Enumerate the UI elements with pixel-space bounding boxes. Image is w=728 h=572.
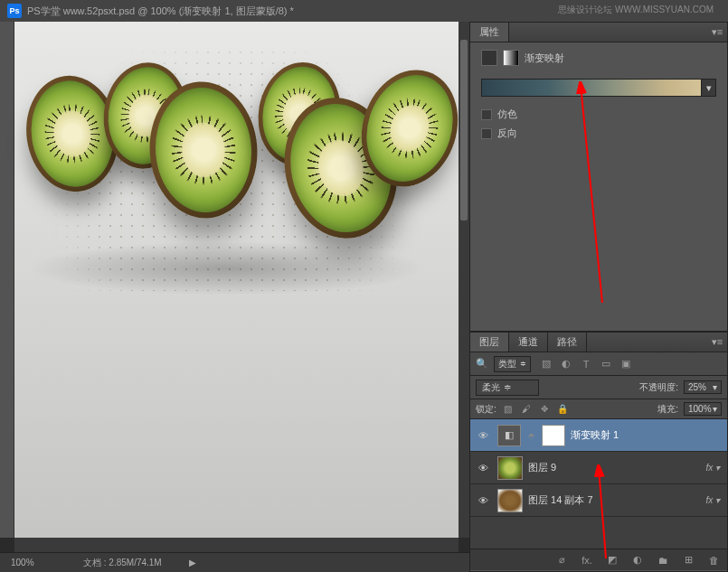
- fill-value[interactable]: 100%▾: [684, 402, 722, 416]
- filter-adjustment-icon[interactable]: ◐: [560, 358, 572, 370]
- scrollbar-vertical[interactable]: [459, 22, 469, 538]
- zoom-level[interactable]: 100%: [11, 558, 56, 567]
- svg-line-1: [599, 468, 606, 558]
- opacity-label: 不透明度:: [639, 381, 678, 394]
- dither-label: 仿色: [497, 108, 517, 121]
- doc-info[interactable]: 文档 : 2.85M/74.1M: [83, 557, 162, 569]
- gradient-dropdown[interactable]: ▾: [702, 79, 716, 97]
- lock-position-icon[interactable]: ✥: [538, 403, 551, 416]
- artwork: [18, 47, 436, 291]
- reverse-label: 反向: [497, 127, 517, 140]
- annotation-arrow-2: [593, 464, 620, 562]
- filter-smart-icon[interactable]: ▣: [619, 358, 632, 370]
- document-canvas[interactable]: [14, 22, 459, 538]
- lock-all-icon[interactable]: 🔒: [556, 403, 569, 416]
- opacity-value[interactable]: 25%▾: [684, 380, 722, 394]
- layers-panel-menu-icon[interactable]: ▾≡: [707, 333, 727, 352]
- layer-fx-icon[interactable]: fx.: [581, 554, 593, 567]
- panel-menu-icon[interactable]: ▾≡: [707, 23, 727, 42]
- adjustment-type-label: 渐变映射: [525, 52, 564, 65]
- visibility-eye-icon[interactable]: 👁: [474, 495, 492, 506]
- document-title: PS学堂 www.52psxt.psd @ 100% (渐变映射 1, 图层蒙版…: [27, 5, 294, 18]
- link-layers-icon[interactable]: ⌀: [555, 554, 568, 567]
- fx-indicator[interactable]: fx ▾: [705, 495, 720, 505]
- adjustment-thumb[interactable]: ◧: [497, 425, 521, 446]
- lock-transparency-icon[interactable]: ▨: [502, 403, 515, 416]
- canvas-area: 100% 文档 : 2.85M/74.1M ▶: [0, 22, 469, 572]
- layer-thumb[interactable]: [497, 456, 523, 480]
- photoshop-icon: Ps: [7, 4, 22, 18]
- delete-layer-icon[interactable]: 🗑: [707, 554, 720, 567]
- svg-line-0: [581, 85, 602, 303]
- dither-checkbox[interactable]: [481, 109, 492, 120]
- filter-shape-icon[interactable]: ▭: [600, 358, 612, 370]
- tab-layers[interactable]: 图层: [470, 333, 509, 352]
- tab-channels[interactable]: 通道: [509, 333, 548, 352]
- filter-pixel-icon[interactable]: ▧: [540, 358, 553, 370]
- visibility-eye-icon[interactable]: 👁: [474, 463, 492, 474]
- lock-image-icon[interactable]: 🖌: [520, 403, 533, 416]
- layer-filter-type[interactable]: 类型≑: [494, 356, 531, 372]
- fx-indicator[interactable]: fx ▾: [705, 463, 720, 473]
- new-group-icon[interactable]: 🖿: [657, 554, 669, 567]
- blend-mode-dropdown[interactable]: 柔光≑: [476, 380, 539, 396]
- link-icon: ⬘: [528, 431, 534, 440]
- filter-type-icon[interactable]: T: [580, 358, 592, 370]
- fill-label: 填充:: [657, 403, 678, 416]
- layer-name[interactable]: 图层 14 副本 7: [528, 493, 593, 507]
- doc-info-arrow[interactable]: ▶: [189, 558, 196, 567]
- gradient-map-icon: [503, 50, 519, 66]
- annotation-arrow-1: [575, 81, 611, 307]
- layer-thumb[interactable]: [497, 489, 523, 512]
- new-layer-icon[interactable]: ⊞: [682, 554, 695, 567]
- visibility-eye-icon[interactable]: 👁: [474, 430, 492, 441]
- layer-name[interactable]: 渐变映射 1: [571, 428, 619, 442]
- reverse-checkbox[interactable]: [481, 128, 492, 139]
- layer-mask-thumb[interactable]: [542, 425, 565, 446]
- status-bar: 100% 文档 : 2.85M/74.1M ▶: [0, 552, 469, 572]
- adjustment-type-icon: [481, 50, 497, 66]
- search-icon[interactable]: 🔍: [476, 358, 488, 370]
- scrollbar-horizontal[interactable]: [14, 538, 459, 552]
- lock-label: 锁定:: [476, 403, 496, 416]
- layer-name[interactable]: 图层 9: [528, 461, 556, 474]
- ruler-vertical[interactable]: [0, 22, 14, 538]
- tab-paths[interactable]: 路径: [548, 333, 587, 352]
- new-adjustment-icon[interactable]: ◐: [631, 554, 644, 567]
- layer-row-gradient-map[interactable]: 👁 ◧ ⬘ 渐变映射 1: [470, 419, 727, 452]
- tab-properties[interactable]: 属性: [470, 23, 509, 42]
- watermark: 思缘设计论坛 WWW.MISSYUAN.COM: [558, 4, 714, 16]
